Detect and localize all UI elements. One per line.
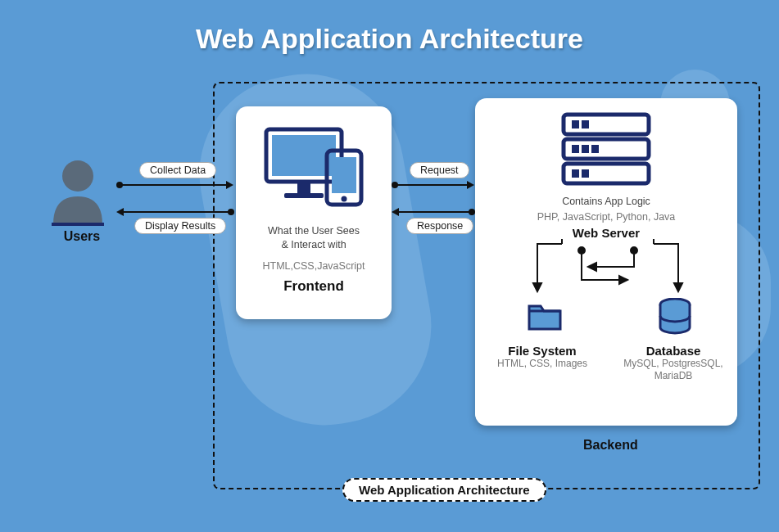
svg-rect-15 bbox=[582, 145, 589, 153]
frontend-desc-2: & Interact with bbox=[281, 238, 346, 252]
svg-marker-22 bbox=[674, 283, 682, 291]
users-label: Users bbox=[45, 229, 119, 244]
svg-rect-7 bbox=[332, 157, 356, 193]
svg-rect-1 bbox=[52, 223, 104, 226]
page-title: Web Application Architecture bbox=[0, 23, 779, 55]
svg-rect-16 bbox=[591, 145, 599, 153]
svg-marker-26 bbox=[588, 263, 596, 271]
svg-rect-13 bbox=[582, 120, 589, 128]
user-icon bbox=[45, 156, 111, 228]
filesystem-tech: HTML, CSS, Images bbox=[485, 358, 600, 370]
label-collect-data: Collect Data bbox=[139, 162, 216, 178]
frontend-tech: HTML,CSS,JavaScript bbox=[262, 260, 365, 272]
architecture-label: Web Application Architecture bbox=[342, 478, 546, 502]
arrows-frontend-backend: Request Response bbox=[392, 172, 477, 224]
label-display-results: Display Results bbox=[134, 218, 226, 234]
folder-icon bbox=[526, 300, 564, 332]
backend-desc: Contains App Logic bbox=[562, 195, 650, 209]
svg-rect-18 bbox=[582, 169, 589, 178]
svg-rect-12 bbox=[572, 120, 579, 128]
svg-rect-5 bbox=[284, 193, 324, 198]
backend-card: Contains App Logic PHP, JavaScript, Pyth… bbox=[475, 98, 737, 426]
filesystem-label: File System bbox=[485, 344, 600, 358]
svg-marker-24 bbox=[619, 276, 627, 284]
arrows-users-frontend: Collect Data Display Results bbox=[116, 172, 238, 224]
svg-point-0 bbox=[62, 160, 93, 192]
backend-label: Backend bbox=[583, 438, 638, 453]
svg-rect-14 bbox=[572, 145, 579, 153]
frontend-desc-1: What the User Sees bbox=[268, 224, 360, 238]
database-icon bbox=[657, 298, 693, 336]
svg-marker-20 bbox=[533, 283, 541, 291]
server-icon bbox=[557, 110, 655, 188]
database-label: Database bbox=[616, 344, 731, 358]
backend-tech: PHP, JavaScript, Python, Java bbox=[537, 211, 676, 223]
devices-icon bbox=[256, 123, 371, 213]
frontend-card: What the User Sees & Interact with HTML,… bbox=[236, 106, 392, 319]
svg-rect-4 bbox=[297, 183, 310, 193]
svg-rect-17 bbox=[572, 169, 579, 178]
label-request: Request bbox=[410, 162, 469, 178]
database-tech: MySQL, PostgresSQL, MariaDB bbox=[616, 358, 731, 382]
label-response: Response bbox=[406, 218, 473, 234]
svg-point-8 bbox=[342, 196, 347, 202]
webserver-label: Web Server bbox=[573, 226, 640, 240]
users-block: Users bbox=[45, 156, 119, 244]
frontend-label: Frontend bbox=[283, 278, 344, 295]
